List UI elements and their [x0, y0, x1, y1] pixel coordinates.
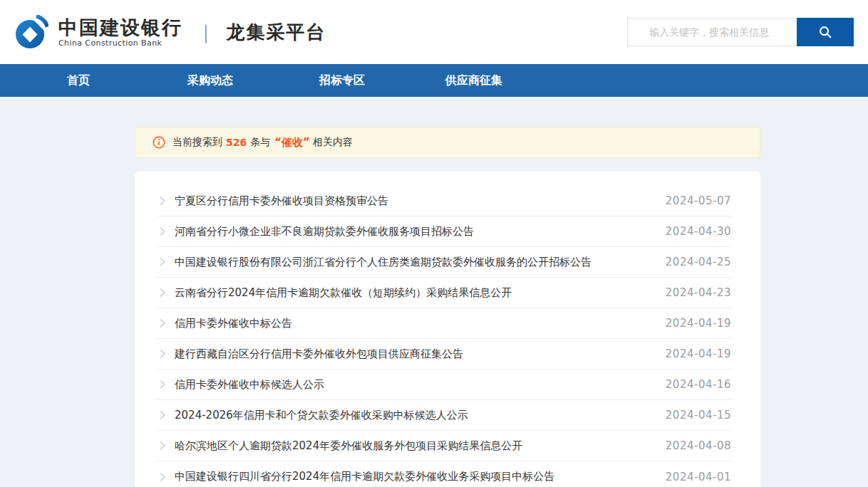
result-title-link[interactable]: 哈尔滨地区个人逾期贷款2024年委外催收服务外包项目采购结果信息公开	[175, 439, 522, 453]
result-title-link[interactable]: 中国建设银行股份有限公司浙江省分行个人住房类逾期贷款委外催收服务的公开招标公告	[175, 256, 591, 269]
result-date: 2024-04-25	[666, 256, 731, 268]
info-circle-icon	[153, 136, 165, 149]
notice-suffix: 相关内容	[313, 136, 353, 149]
list-item[interactable]: 云南省分行2024年信用卡逾期欠款催收（短期续约）采购结果信息公开2024-04…	[157, 278, 731, 308]
main-content: 当前搜索到 526 条与 “催收” 相关内容 宁夏区分行信用卡委外催收项目资格预…	[135, 127, 760, 487]
result-date: 2024-05-07	[666, 194, 731, 207]
search-icon	[817, 24, 833, 40]
logo-name-en: China Construction Bank	[58, 39, 182, 47]
result-title-link[interactable]: 河南省分行小微企业非不良逾期贷款委外催收服务项目招标公告	[175, 225, 474, 239]
main-nav: 首页 采购动态 招标专区 供应商征集	[0, 64, 868, 97]
notice-keyword: “催收”	[274, 136, 310, 150]
result-date: 2024-04-16	[666, 378, 731, 391]
chevron-right-icon	[157, 379, 167, 389]
chevron-right-icon	[157, 196, 167, 206]
result-title-link[interactable]: 宁夏区分行信用卡委外催收项目资格预审公告	[175, 194, 388, 208]
notice-count: 526	[226, 137, 247, 148]
result-title-link[interactable]: 中国建设银行四川省分行2024年信用卡逾期欠款委外催收业务采购项目中标公告	[175, 470, 554, 483]
site-header: 中国建设银行 China Construction Bank ｜ 龙集采平台	[0, 0, 868, 64]
list-item[interactable]: 2024-2026年信用卡和个贷欠款委外催收采购中标候选人公示2024-04-1…	[157, 400, 731, 431]
notice-middle: 条与	[250, 136, 270, 149]
result-date: 2024-04-19	[666, 317, 731, 330]
result-date: 2024-04-23	[666, 286, 731, 299]
list-item[interactable]: 宁夏区分行信用卡委外催收项目资格预审公告2024-05-07	[157, 186, 731, 216]
list-item[interactable]: 中国建设银行股份有限公司浙江省分行个人住房类逾期贷款委外催收服务的公开招标公告2…	[157, 247, 731, 278]
chevron-right-icon	[157, 441, 167, 451]
search-input[interactable]	[627, 18, 797, 46]
list-item[interactable]: 中国建设银行四川省分行2024年信用卡逾期欠款委外催收业务采购项目中标公告202…	[157, 461, 731, 487]
logo-text: 中国建设银行 China Construction Bank	[58, 18, 182, 47]
chevron-right-icon	[157, 288, 167, 298]
list-item[interactable]: 建行西藏自治区分行信用卡委外催收外包项目供应商征集公告2024-04-19	[157, 339, 731, 370]
nav-item-home[interactable]: 首页	[32, 64, 125, 97]
list-item[interactable]: 哈尔滨地区个人逾期贷款2024年委外催收服务外包项目采购结果信息公开2024-0…	[157, 431, 731, 461]
result-title-link[interactable]: 建行西藏自治区分行信用卡委外催收外包项目供应商征集公告	[175, 347, 463, 361]
nav-item-purchase-news[interactable]: 采购动态	[164, 64, 257, 97]
search-result-notice: 当前搜索到 526 条与 “催收” 相关内容	[135, 127, 760, 158]
list-item[interactable]: 河南省分行小微企业非不良逾期贷款委外催收服务项目招标公告2024-04-30	[157, 216, 731, 247]
results-card: 宁夏区分行信用卡委外催收项目资格预审公告2024-05-07河南省分行小微企业非…	[135, 171, 760, 487]
chevron-right-icon	[157, 410, 167, 420]
notice-prefix: 当前搜索到	[172, 136, 222, 149]
search-button[interactable]	[797, 18, 854, 46]
ccb-logo-icon	[14, 15, 48, 49]
result-date: 2024-04-19	[666, 347, 731, 360]
search-box	[627, 18, 854, 46]
result-title-link[interactable]: 信用卡委外催收中标候选人公示	[175, 378, 324, 392]
chevron-right-icon	[157, 349, 167, 359]
nav-item-bidding-zone[interactable]: 招标专区	[296, 64, 388, 97]
result-title-link[interactable]: 信用卡委外催收中标公告	[175, 317, 292, 330]
logo-name-cn: 中国建设银行	[58, 18, 182, 37]
result-date: 2024-04-30	[666, 225, 731, 238]
list-item[interactable]: 信用卡委外催收中标候选人公示2024-04-16	[157, 370, 731, 400]
logo[interactable]: 中国建设银行 China Construction Bank ｜ 龙集采平台	[14, 15, 326, 49]
result-date: 2024-04-01	[666, 471, 731, 483]
result-title-link[interactable]: 云南省分行2024年信用卡逾期欠款催收（短期续约）采购结果信息公开	[175, 286, 512, 300]
logo-divider: ｜	[197, 20, 215, 45]
chevron-right-icon	[157, 226, 167, 236]
result-date: 2024-04-15	[666, 409, 731, 421]
chevron-right-icon	[157, 472, 167, 482]
results-list: 宁夏区分行信用卡委外催收项目资格预审公告2024-05-07河南省分行小微企业非…	[157, 186, 731, 487]
chevron-right-icon	[157, 257, 167, 267]
logo-platform-name: 龙集采平台	[226, 20, 326, 45]
nav-item-supplier-recruit[interactable]: 供应商征集	[428, 64, 520, 97]
result-date: 2024-04-08	[666, 439, 731, 452]
result-title-link[interactable]: 2024-2026年信用卡和个贷欠款委外催收采购中标候选人公示	[175, 409, 468, 422]
chevron-right-icon	[157, 318, 167, 328]
list-item[interactable]: 信用卡委外催收中标公告2024-04-19	[157, 308, 731, 339]
